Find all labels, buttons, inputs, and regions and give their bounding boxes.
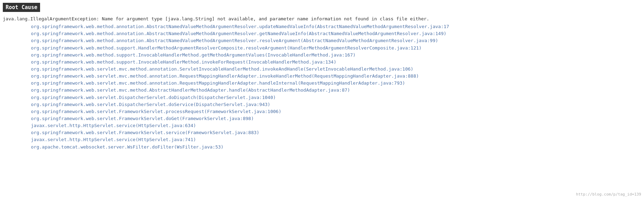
stack-line: org.springframework.web.method.annotatio… xyxy=(3,30,641,37)
exception-message: java.lang.IllegalArgumentException: Name… xyxy=(3,15,641,22)
stack-line: org.springframework.web.servlet.Dispatch… xyxy=(3,94,641,101)
stack-line: org.springframework.web.servlet.Dispatch… xyxy=(3,101,641,108)
stack-line: org.apache.tomcat.websocket.server.WsFil… xyxy=(3,144,641,151)
stack-line: org.springframework.web.method.annotatio… xyxy=(3,37,641,44)
stack-line: org.springframework.web.servlet.mvc.meth… xyxy=(3,87,641,94)
stack-line: org.springframework.web.servlet.Framewor… xyxy=(3,129,641,136)
stack-line: javax.servlet.http.HttpServlet.service(H… xyxy=(3,122,641,129)
stack-line: org.springframework.web.servlet.mvc.meth… xyxy=(3,80,641,87)
stack-line: javax.servlet.http.HttpServlet.service(H… xyxy=(3,136,641,143)
watermark: http://blog.com/p/tag_id=139 xyxy=(576,192,641,197)
stack-line: org.springframework.web.servlet.Framewor… xyxy=(3,115,641,122)
stack-line: org.springframework.web.servlet.mvc.meth… xyxy=(3,73,641,80)
stack-line: org.springframework.web.servlet.mvc.meth… xyxy=(3,66,641,73)
stack-line: org.springframework.web.servlet.Framewor… xyxy=(3,108,641,115)
stack-line: org.springframework.web.method.annotatio… xyxy=(3,23,641,30)
root-cause-header: Root Cause xyxy=(3,3,40,12)
stack-line: org.springframework.web.method.support.I… xyxy=(3,52,641,59)
stack-trace-container: java.lang.IllegalArgumentException: Name… xyxy=(0,14,644,153)
stack-line: org.springframework.web.method.support.H… xyxy=(3,45,641,52)
stack-line: org.springframework.web.method.support.I… xyxy=(3,59,641,66)
stack-lines-list: org.springframework.web.method.annotatio… xyxy=(3,23,641,151)
